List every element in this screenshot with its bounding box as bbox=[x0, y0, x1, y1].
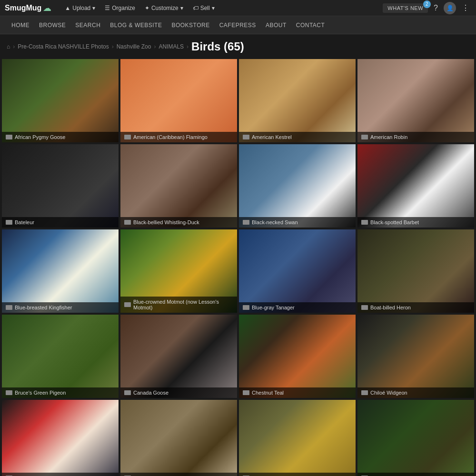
photo-icon-6 bbox=[243, 220, 249, 225]
avatar[interactable]: 👤 bbox=[444, 2, 456, 14]
photo-icon-7 bbox=[361, 220, 368, 225]
breadcrumb-home[interactable]: ⌂ bbox=[7, 43, 10, 50]
breadcrumb-animals[interactable]: ANIMALS bbox=[159, 43, 184, 50]
nav-about[interactable]: ABOUT bbox=[261, 16, 291, 34]
logo-text: SmugMug bbox=[5, 4, 41, 12]
caption-label-14: Chestnut Teal bbox=[252, 390, 284, 396]
breadcrumb-sep-4: › bbox=[187, 43, 188, 50]
photo-icon-0 bbox=[6, 135, 12, 139]
photo-icon-8 bbox=[6, 305, 12, 310]
upload-button[interactable]: ▲ Upload ▾ bbox=[61, 3, 99, 13]
grid-item-4[interactable]: Bateleur bbox=[2, 144, 119, 228]
caption-label-1: American (Caribbean) Flamingo bbox=[133, 134, 208, 140]
logo[interactable]: SmugMug ☁ bbox=[5, 3, 51, 13]
caption-label-0: African Pygmy Goose bbox=[15, 134, 65, 140]
grid-item-5[interactable]: Black-bellied Whistling-Duck bbox=[120, 144, 237, 228]
photo-icon-14 bbox=[243, 390, 249, 395]
photo-icon-5 bbox=[124, 220, 131, 225]
grid-item-7[interactable]: Black-spotted Barbet bbox=[357, 144, 474, 228]
photo-icon-15 bbox=[361, 390, 368, 395]
caption-label-10: Blue-gray Tanager bbox=[252, 305, 295, 310]
page-title: Birds (65) bbox=[191, 40, 244, 53]
nav-home[interactable]: HOME bbox=[7, 16, 34, 34]
caption-label-12: Bruce's Green Pigeon bbox=[15, 390, 66, 396]
photo-icon-1 bbox=[124, 135, 131, 139]
grid-item-8[interactable]: Blue-breasted Kingfisher bbox=[2, 229, 119, 313]
grid-item-16[interactable]: Common Shelduck bbox=[2, 400, 119, 476]
photo-icon-11 bbox=[361, 305, 368, 310]
grid-item-0[interactable]: African Pygmy Goose bbox=[2, 59, 119, 142]
toolbar-right: WHAT'S NEW 2 ? 👤 ⋮ bbox=[383, 1, 471, 14]
sell-button[interactable]: 🏷 Sell ▾ bbox=[189, 3, 218, 13]
grid-item-18[interactable]: Eastern Yellow-billed Hornbill bbox=[239, 400, 356, 476]
grid-item-6[interactable]: Black-necked Swan bbox=[239, 144, 356, 228]
grid-item-19[interactable]: European Starling bbox=[357, 400, 474, 476]
grid-item-13[interactable]: Canada Goose bbox=[120, 315, 237, 398]
grid-item-12[interactable]: Bruce's Green Pigeon bbox=[2, 315, 119, 398]
grid-item-15[interactable]: Chiloé Widgeon bbox=[357, 315, 474, 398]
breadcrumb-sep-2: › bbox=[112, 43, 114, 50]
notification-badge: 2 bbox=[423, 0, 431, 8]
toolbar: SmugMug ☁ ▲ Upload ▾ ☰ Organize ✦ Custom… bbox=[0, 0, 476, 16]
breadcrumb-zoo[interactable]: Nashville Zoo bbox=[117, 43, 151, 50]
photo-icon-13 bbox=[124, 390, 131, 395]
photo-icon-12 bbox=[6, 390, 12, 395]
grid-item-3[interactable]: American Robin bbox=[357, 59, 474, 142]
nav-contact[interactable]: CONTACT bbox=[291, 16, 330, 34]
nav: HOME BROWSE SEARCH BLOG & WEBSITE BOOKST… bbox=[0, 16, 476, 34]
help-icon[interactable]: ? bbox=[432, 2, 440, 14]
breadcrumb-nashville[interactable]: Pre-Costa Rica NASHVILLE Photos bbox=[18, 43, 109, 50]
breadcrumb-sep-1: › bbox=[13, 43, 15, 50]
caption-label-5: Black-bellied Whistling-Duck bbox=[133, 219, 199, 225]
caption-label-7: Black-spotted Barbet bbox=[370, 219, 419, 225]
organize-button[interactable]: ☰ Organize bbox=[101, 3, 139, 13]
caption-label-9: Blue-crowned Motmot (now Lesson's Motmot… bbox=[133, 299, 233, 310]
grid-item-1[interactable]: American (Caribbean) Flamingo bbox=[120, 59, 237, 142]
more-icon[interactable]: ⋮ bbox=[460, 1, 471, 14]
photo-icon-2 bbox=[243, 135, 249, 139]
breadcrumb: ⌂ › Pre-Costa Rica NASHVILLE Photos › Na… bbox=[0, 34, 476, 59]
nav-search[interactable]: SEARCH bbox=[70, 16, 105, 34]
grid-item-9[interactable]: Blue-crowned Motmot (now Lesson's Motmot… bbox=[120, 229, 237, 313]
photo-icon-3 bbox=[361, 135, 368, 139]
grid-item-11[interactable]: Boat-billed Heron bbox=[357, 229, 474, 313]
grid-item-17[interactable]: Eastern Screech Owl bbox=[120, 400, 237, 476]
caption-label-6: Black-necked Swan bbox=[252, 219, 298, 225]
caption-label-13: Canada Goose bbox=[133, 390, 169, 396]
toolbar-actions: ▲ Upload ▾ ☰ Organize ✦ Customize ▾ 🏷 Se… bbox=[61, 3, 383, 13]
nav-blog[interactable]: BLOG & WEBSITE bbox=[105, 16, 167, 34]
caption-label-15: Chiloé Widgeon bbox=[370, 390, 407, 396]
nav-bookstore[interactable]: BOOKSTORE bbox=[167, 16, 214, 34]
caption-label-3: American Robin bbox=[370, 134, 407, 140]
caption-label-4: Bateleur bbox=[15, 219, 34, 225]
grid-item-2[interactable]: American Kestrel bbox=[239, 59, 356, 142]
photo-grid: African Pygmy GooseAmerican (Caribbean) … bbox=[0, 59, 476, 476]
customize-button[interactable]: ✦ Customize ▾ bbox=[141, 3, 187, 13]
caption-label-11: Boat-billed Heron bbox=[370, 305, 411, 310]
nav-browse[interactable]: BROWSE bbox=[34, 16, 70, 34]
whats-new-button[interactable]: WHAT'S NEW 2 bbox=[383, 3, 428, 13]
photo-icon-4 bbox=[6, 220, 12, 225]
grid-item-14[interactable]: Chestnut Teal bbox=[239, 315, 356, 398]
logo-icon: ☁ bbox=[43, 3, 51, 13]
grid-item-10[interactable]: Blue-gray Tanager bbox=[239, 229, 356, 313]
photo-icon-9 bbox=[124, 302, 131, 307]
caption-label-2: American Kestrel bbox=[252, 134, 292, 140]
breadcrumb-sep-3: › bbox=[154, 43, 156, 50]
nav-cafepress[interactable]: CAFEPRESS bbox=[215, 16, 261, 34]
caption-label-8: Blue-breasted Kingfisher bbox=[15, 305, 72, 310]
photo-icon-10 bbox=[243, 305, 249, 310]
